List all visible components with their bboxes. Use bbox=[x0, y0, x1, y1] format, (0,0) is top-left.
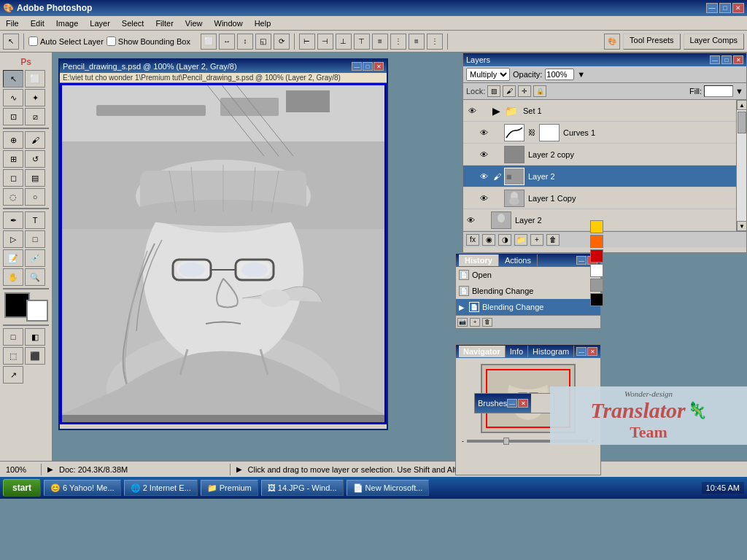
brushes-close-btn[interactable]: ✕ bbox=[518, 399, 528, 408]
full-screen-btn[interactable]: ⬛ bbox=[25, 347, 45, 365]
move-tool[interactable]: ↖ bbox=[3, 70, 23, 88]
lock-all-btn[interactable]: 🔒 bbox=[533, 85, 546, 97]
maximize-button[interactable]: □ bbox=[719, 3, 731, 13]
screen-mode-btn-2[interactable]: ◧ bbox=[25, 328, 45, 346]
hand-tool[interactable]: ✋ bbox=[3, 268, 23, 286]
add-adjustment-btn[interactable]: ◑ bbox=[498, 234, 511, 246]
menu-layer[interactable]: Layer bbox=[84, 18, 116, 29]
history-item-blend2[interactable]: ▶ 📄 Blending Change bbox=[456, 299, 600, 315]
zoom-tool[interactable]: 🔍 bbox=[25, 268, 45, 286]
lock-image-btn[interactable]: 🖌 bbox=[503, 85, 516, 97]
opacity-arrow[interactable]: ▼ bbox=[577, 70, 585, 79]
color-swatch-red[interactable] bbox=[590, 249, 603, 262]
screen-mode-btn[interactable]: □ bbox=[3, 328, 23, 346]
color-swatch-gray[interactable] bbox=[590, 279, 603, 292]
text-tool[interactable]: T bbox=[25, 211, 45, 229]
layer-comps-btn[interactable]: Layer Comps bbox=[684, 34, 744, 50]
align-btn-2[interactable]: ⊣ bbox=[317, 34, 333, 50]
background-color[interactable] bbox=[26, 300, 48, 322]
folder-arrow-set1[interactable]: ▶ bbox=[492, 105, 500, 117]
align-btn-3[interactable]: ⊥ bbox=[336, 34, 352, 50]
delete-layer-btn[interactable]: 🗑 bbox=[546, 234, 560, 246]
transform-btn-4[interactable]: ◱ bbox=[255, 34, 271, 50]
taskbar-item-jpg[interactable]: 🖼 14.JPG - Wind... bbox=[261, 480, 344, 496]
gradient-tool[interactable]: ▤ bbox=[25, 169, 45, 187]
doc-maximize-btn[interactable]: □ bbox=[363, 62, 373, 71]
scroll-up-btn[interactable]: ▲ bbox=[737, 100, 746, 110]
zoom-minus-icon[interactable]: - bbox=[462, 438, 464, 445]
brush-tool[interactable]: 🖌 bbox=[25, 131, 45, 149]
start-button[interactable]: start bbox=[3, 479, 41, 497]
layer-row-layer2copy[interactable]: 👁 Layer 2 copy bbox=[463, 144, 736, 166]
nav-close-btn[interactable]: ✕ bbox=[587, 347, 597, 356]
menu-image[interactable]: Image bbox=[50, 18, 85, 29]
color-swatch-black[interactable] bbox=[590, 293, 603, 306]
scroll-thumb[interactable] bbox=[738, 112, 746, 133]
nav-tab-histogram[interactable]: Histogram bbox=[528, 346, 574, 357]
history-new-doc-btn[interactable]: + bbox=[470, 318, 480, 327]
layers-panel-close[interactable]: ✕ bbox=[733, 55, 743, 64]
add-folder-btn[interactable]: 📁 bbox=[514, 234, 527, 246]
menu-file[interactable]: File bbox=[0, 18, 25, 29]
layers-panel-maximize[interactable]: □ bbox=[721, 55, 732, 64]
nav-tab-info[interactable]: Info bbox=[506, 346, 528, 357]
eyedropper-tool[interactable]: 💉 bbox=[25, 249, 45, 267]
tool-presets-btn[interactable]: Tool Presets bbox=[623, 34, 681, 50]
history-snapshot-btn[interactable]: 📷 bbox=[457, 318, 468, 327]
brushes-min-btn[interactable]: — bbox=[507, 399, 517, 408]
color-swatch-yellow[interactable] bbox=[590, 220, 603, 233]
color-swatch-white[interactable] bbox=[590, 264, 603, 277]
slice-tool[interactable]: ⧄ bbox=[25, 108, 45, 125]
notes-tool[interactable]: 📝 bbox=[3, 249, 23, 267]
eye-icon-layer2b[interactable]: 👁 bbox=[465, 214, 476, 226]
heal-tool[interactable]: ⊕ bbox=[3, 131, 23, 149]
layers-panel-minimize[interactable]: — bbox=[710, 55, 720, 64]
history-tab-history[interactable]: History bbox=[459, 254, 499, 266]
blur-tool[interactable]: ◌ bbox=[3, 188, 23, 206]
transform-btn-1[interactable]: ⬜ bbox=[201, 34, 217, 50]
nav-panel-controls[interactable]: — ✕ bbox=[576, 347, 597, 356]
nav-minimize-btn[interactable]: — bbox=[576, 347, 587, 356]
menu-help[interactable]: Help bbox=[249, 18, 277, 29]
menu-filter[interactable]: Filter bbox=[150, 18, 179, 29]
nav-tab-navigator[interactable]: Navigator bbox=[459, 346, 506, 357]
taskbar-item-premium[interactable]: 📁 Premium bbox=[201, 480, 258, 496]
doc-close-btn[interactable]: ✕ bbox=[374, 62, 384, 71]
pen-tool[interactable]: ✒ bbox=[3, 211, 23, 229]
brushes-controls[interactable]: — ✕ bbox=[507, 399, 528, 408]
align-btn-1[interactable]: ⊢ bbox=[299, 34, 315, 50]
minimize-button[interactable]: — bbox=[706, 3, 718, 13]
marquee-tool[interactable]: ⬜ bbox=[25, 70, 45, 88]
doc-window-controls[interactable]: — □ ✕ bbox=[352, 62, 384, 71]
history-tab-actions[interactable]: Actions bbox=[499, 254, 538, 266]
title-bar-controls[interactable]: — □ ✕ bbox=[706, 3, 744, 13]
layer-row-set1[interactable]: 👁 ▶ 📁 Set 1 bbox=[463, 100, 736, 122]
menu-edit[interactable]: Edit bbox=[25, 18, 50, 29]
fill-arrow[interactable]: ▼ bbox=[735, 87, 743, 96]
img-ready-btn[interactable]: ↗ bbox=[3, 366, 23, 384]
move-tool-btn[interactable]: ↖ bbox=[3, 34, 19, 50]
layer-row-curves1[interactable]: 👁 ⛓ Curves 1 bbox=[463, 122, 736, 144]
dodge-tool[interactable]: ○ bbox=[25, 188, 45, 206]
history-delete-btn[interactable]: 🗑 bbox=[482, 318, 492, 327]
path-select-tool[interactable]: ▷ bbox=[3, 230, 23, 248]
close-button[interactable]: ✕ bbox=[732, 3, 744, 13]
shape-tool[interactable]: □ bbox=[25, 230, 45, 248]
eraser-tool[interactable]: ◻ bbox=[3, 169, 23, 187]
eye-icon-layer2[interactable]: 👁 bbox=[478, 171, 489, 182]
palette-btn[interactable]: 🎨 bbox=[604, 34, 620, 50]
transform-btn-5[interactable]: ⟳ bbox=[274, 34, 290, 50]
align-btn-6[interactable]: ⋮ bbox=[390, 34, 406, 50]
lasso-tool[interactable]: ∿ bbox=[3, 89, 23, 106]
eye-icon-set1[interactable]: 👁 bbox=[466, 105, 478, 117]
eye-icon-curves1[interactable]: 👁 bbox=[478, 127, 489, 139]
eye-icon-layer1copy[interactable]: 👁 bbox=[478, 192, 489, 204]
quick-mask-btn[interactable]: ⬚ bbox=[3, 347, 23, 365]
document-canvas[interactable] bbox=[60, 83, 387, 424]
add-mask-btn[interactable]: ◉ bbox=[482, 234, 495, 246]
menu-select[interactable]: Select bbox=[116, 18, 150, 29]
align-btn-8[interactable]: ⋮ bbox=[427, 34, 443, 50]
magic-wand-tool[interactable]: ✦ bbox=[25, 89, 45, 106]
scroll-down-btn[interactable]: ▼ bbox=[737, 221, 746, 231]
zoom-slider-thumb[interactable] bbox=[503, 438, 509, 445]
